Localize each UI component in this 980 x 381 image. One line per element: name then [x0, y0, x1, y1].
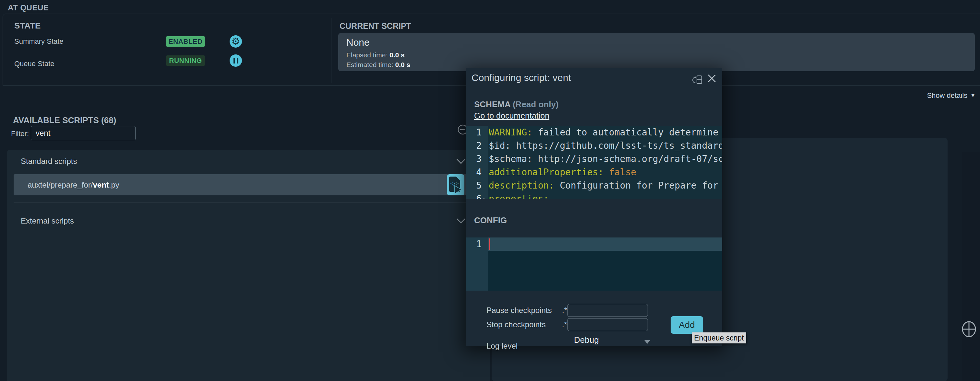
add-button[interactable]: Add: [671, 316, 703, 334]
filter-label: Filter:: [11, 130, 29, 138]
schema-readonly-note: (Read only): [513, 100, 559, 109]
code-segment: false: [609, 167, 636, 178]
code-segment: $schema: http://json-schema.org/draft-07…: [489, 154, 722, 164]
current-script-panel: [338, 33, 975, 71]
code-segment: description:: [489, 180, 554, 191]
elapsed-time-value: 0.0 s: [390, 51, 405, 59]
elapsed-time-label: Elapsed time:: [346, 51, 388, 59]
schema-heading: SCHEMA (Read only): [474, 100, 559, 110]
configure-script-dialog: Configuring script: vent SCHEMA (Read on…: [466, 68, 722, 346]
show-details-label: Show details: [927, 91, 967, 100]
queue-state-label: Queue State: [14, 60, 54, 68]
code-segment: WARNING:: [489, 127, 533, 138]
documentation-link[interactable]: Go to documentation: [474, 111, 549, 121]
schema-editor[interactable]: 1WARNING: failed to automatically determ…: [466, 126, 722, 199]
configure-script-button[interactable]: </>: [447, 174, 465, 195]
code-segment: additionalProperties:: [489, 167, 603, 178]
settings-button[interactable]: ⚙: [230, 35, 242, 48]
pause-checkpoints-hint: .*: [562, 304, 567, 317]
dialog-title: Configuring script: vent: [471, 72, 571, 83]
log-level-label: Log level: [487, 340, 517, 352]
pause-checkpoints-input[interactable]: [568, 304, 648, 317]
schema-line: 4additionalProperties: false: [466, 165, 722, 179]
standard-scripts-group[interactable]: Standard scripts: [21, 157, 77, 166]
estimated-time-row: Estimated time: 0.0 s: [346, 61, 410, 69]
script-path-suffix: .py: [109, 181, 119, 189]
schema-line: 5description: Configuration for Prepare …: [466, 179, 722, 192]
svg-text:</>: </>: [450, 181, 458, 186]
code-segment: properties:: [489, 194, 549, 199]
stop-checkpoints-label: Stop checkpoints: [487, 318, 546, 331]
line-number: 1: [466, 126, 488, 139]
code-segment: Configuration for Prepare for vent.: [554, 180, 722, 191]
config-editor[interactable]: 1: [466, 238, 722, 291]
text-cursor: [489, 238, 490, 250]
schema-line: 3$schema: http://json-schema.org/draft-0…: [466, 152, 722, 165]
code-segment: [603, 167, 609, 178]
schema-label: SCHEMA: [474, 100, 511, 109]
script-file-icon: </>: [448, 176, 463, 194]
editor-active-line: [488, 238, 722, 251]
code-segment: $id: https://github.com/lsst-ts/ts_stand…: [489, 140, 722, 151]
line-number: 4: [466, 165, 488, 179]
script-path: auxtel/prepare_for/vent.py: [27, 174, 119, 195]
gear-icon: ⚙: [232, 37, 240, 46]
current-script-name: None: [346, 37, 370, 48]
crosshair-icon[interactable]: [961, 320, 977, 338]
external-scripts-group[interactable]: External scripts: [21, 216, 74, 225]
pause-queue-button[interactable]: [230, 54, 242, 67]
stop-checkpoints-hint: .*: [562, 318, 567, 331]
script-path-prefix: auxtel/prepare_for/: [27, 181, 93, 189]
estimated-time-label: Estimated time:: [346, 61, 393, 68]
summary-state-label: Summary State: [14, 37, 64, 46]
script-row[interactable]: auxtel/prepare_for/vent.py: [14, 174, 484, 195]
triangle-down-icon: ▼: [970, 93, 975, 98]
right-sidebar: [962, 152, 980, 381]
schema-line: 1WARNING: failed to automatically determ…: [466, 126, 722, 139]
line-number: 2: [466, 139, 488, 152]
enqueue-script-tooltip: Enqueue script: [692, 332, 746, 343]
fold-caret-icon[interactable]: ▾: [482, 196, 485, 199]
schema-line: 2$id: https://github.com/lsst-ts/ts_stan…: [466, 139, 722, 152]
page-title: AT QUEUE: [8, 3, 49, 12]
close-icon[interactable]: [707, 74, 716, 83]
stop-checkpoints-input[interactable]: [568, 318, 648, 331]
filter-input[interactable]: [31, 126, 135, 140]
summary-state-badge: ENABLED: [166, 36, 205, 47]
pause-checkpoints-label: Pause checkpoints: [487, 304, 552, 317]
schema-line: 6properties:: [466, 192, 722, 199]
vertical-divider: [331, 18, 331, 83]
config-heading: CONFIG: [474, 216, 507, 225]
pause-icon: [234, 58, 235, 64]
line-number: 5: [466, 179, 488, 192]
available-scripts-heading: AVAILABLE SCRIPTS (68): [13, 115, 116, 125]
script-path-match: vent: [93, 181, 109, 189]
line-number: 1: [466, 238, 488, 251]
code-segment: failed to automatically determine: [533, 127, 718, 138]
elapsed-time-row: Elapsed time: 0.0 s: [346, 51, 405, 59]
state-section-heading: STATE: [14, 21, 41, 31]
line-number: 3: [466, 152, 488, 165]
copy-icon[interactable]: [692, 75, 703, 85]
queue-state-badge: RUNNING: [166, 56, 205, 66]
estimated-time-value: 0.0 s: [395, 61, 410, 68]
current-script-heading: CURRENT SCRIPT: [339, 21, 411, 31]
log-level-select[interactable]: Debug: [574, 335, 599, 345]
dropdown-caret-icon[interactable]: [644, 340, 650, 344]
pause-icon: [237, 58, 239, 64]
show-details-toggle[interactable]: Show details▼: [927, 91, 975, 100]
